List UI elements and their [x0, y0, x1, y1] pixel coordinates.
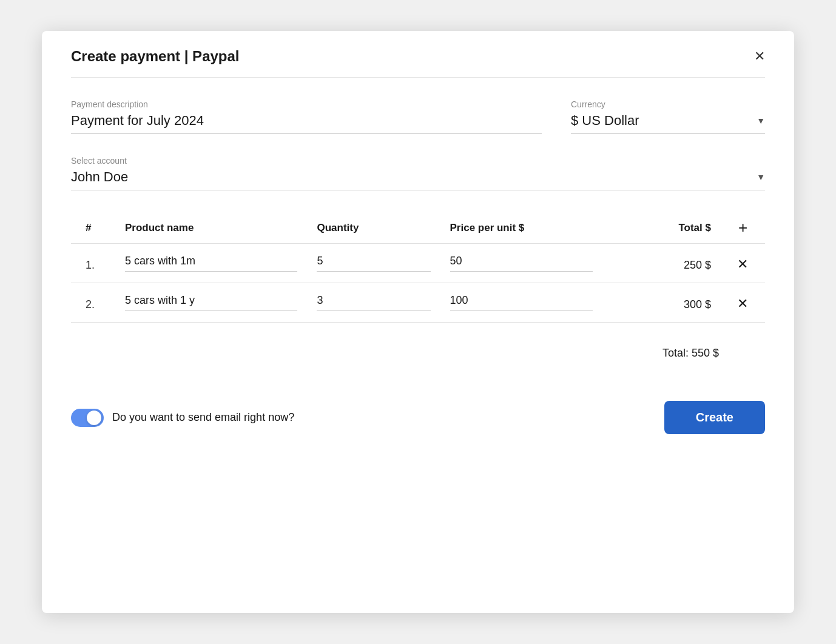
- table-row: 2. 300 $ ✕: [71, 283, 765, 323]
- col-product-name: Product name: [115, 212, 307, 244]
- email-toggle-switch[interactable]: [71, 409, 104, 427]
- row-quantity: [307, 283, 440, 323]
- add-item-button[interactable]: +: [738, 220, 747, 235]
- account-chevron-icon: ▼: [757, 172, 765, 182]
- col-add-action: +: [721, 212, 765, 244]
- row-total: 250 $: [602, 244, 721, 283]
- select-account-value[interactable]: John Doe ▼: [71, 169, 765, 190]
- quantity-input[interactable]: [317, 294, 430, 311]
- create-payment-modal: Create payment | Paypal ✕ Payment descri…: [42, 31, 794, 613]
- description-currency-row: Payment description Payment for July 202…: [71, 99, 765, 134]
- product-name-input[interactable]: [125, 294, 297, 311]
- email-toggle-group: Do you want to send email right now?: [71, 409, 294, 427]
- modal-header: Create payment | Paypal ✕: [71, 48, 765, 65]
- col-quantity: Quantity: [307, 212, 440, 244]
- email-toggle-label: Do you want to send email right now?: [112, 411, 294, 424]
- row-product-name: [115, 283, 307, 323]
- col-number: #: [71, 212, 115, 244]
- select-account-label: Select account: [71, 156, 765, 166]
- col-total: Total $: [602, 212, 721, 244]
- table-row: 1. 250 $ ✕: [71, 244, 765, 283]
- payment-description-label: Payment description: [71, 99, 542, 109]
- quantity-input[interactable]: [317, 255, 430, 272]
- price-input[interactable]: [450, 255, 593, 272]
- close-button[interactable]: ✕: [754, 50, 765, 63]
- product-name-input[interactable]: [125, 255, 297, 272]
- payment-description-value: Payment for July 2024: [71, 113, 542, 134]
- price-input[interactable]: [450, 294, 593, 311]
- currency-chevron-icon: ▼: [757, 116, 765, 126]
- currency-label: Currency: [571, 99, 765, 109]
- row-total: 300 $: [602, 283, 721, 323]
- row-number: 2.: [71, 283, 115, 323]
- row-number: 1.: [71, 244, 115, 283]
- row-quantity: [307, 244, 440, 283]
- create-button[interactable]: Create: [664, 401, 765, 434]
- header-divider: [71, 77, 765, 78]
- table-header-row: # Product name Quantity Price per unit $…: [71, 212, 765, 244]
- row-product-name: [115, 244, 307, 283]
- modal-title: Create payment | Paypal: [71, 48, 240, 65]
- remove-item-button[interactable]: ✕: [737, 258, 748, 271]
- footer-row: Do you want to send email right now? Cre…: [71, 391, 765, 434]
- currency-value[interactable]: $ US Dollar ▼: [571, 113, 765, 134]
- row-action: ✕: [721, 283, 765, 323]
- total-summary-label: Total: 550 $: [662, 347, 719, 360]
- row-price: [440, 283, 603, 323]
- currency-field[interactable]: Currency $ US Dollar ▼: [571, 99, 765, 134]
- remove-item-button[interactable]: ✕: [737, 297, 748, 310]
- toggle-slider: [71, 409, 104, 427]
- items-table: # Product name Quantity Price per unit $…: [71, 212, 765, 323]
- payment-description-field: Payment description Payment for July 202…: [71, 99, 542, 134]
- total-summary-row: Total: 550 $: [71, 337, 765, 369]
- row-price: [440, 244, 603, 283]
- select-account-field[interactable]: Select account John Doe ▼: [71, 156, 765, 190]
- col-price-per-unit: Price per unit $: [440, 212, 603, 244]
- account-row: Select account John Doe ▼: [71, 156, 765, 190]
- row-action: ✕: [721, 244, 765, 283]
